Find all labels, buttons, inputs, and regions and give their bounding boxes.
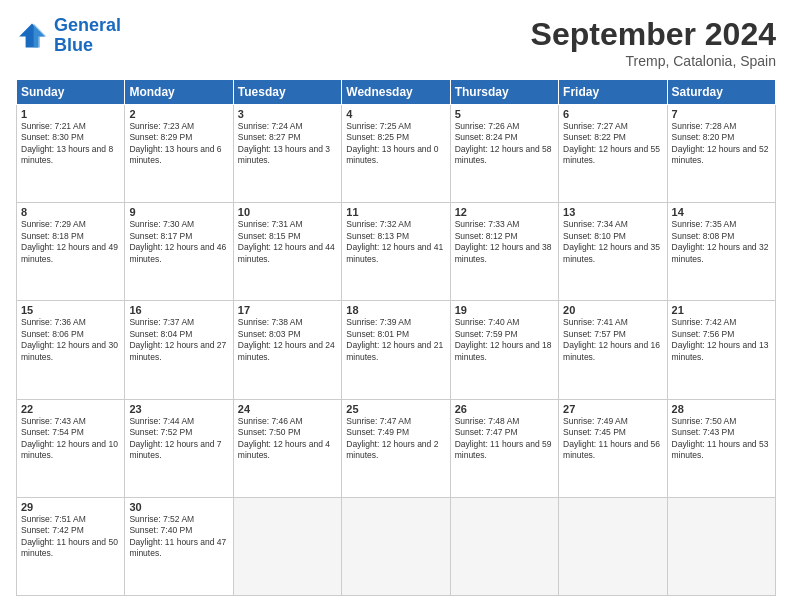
calendar-cell <box>233 497 341 595</box>
week-row-5: 29Sunrise: 7:51 AMSunset: 7:42 PMDayligh… <box>17 497 776 595</box>
day-number: 14 <box>672 206 771 218</box>
calendar-cell: 22Sunrise: 7:43 AMSunset: 7:54 PMDayligh… <box>17 399 125 497</box>
day-number: 17 <box>238 304 337 316</box>
calendar-cell: 2Sunrise: 7:23 AMSunset: 8:29 PMDaylight… <box>125 105 233 203</box>
header-wednesday: Wednesday <box>342 80 450 105</box>
day-number: 24 <box>238 403 337 415</box>
calendar-cell: 17Sunrise: 7:38 AMSunset: 8:03 PMDayligh… <box>233 301 341 399</box>
day-number: 6 <box>563 108 662 120</box>
calendar-cell: 12Sunrise: 7:33 AMSunset: 8:12 PMDayligh… <box>450 203 558 301</box>
calendar-table: Sunday Monday Tuesday Wednesday Thursday… <box>16 79 776 596</box>
day-number: 29 <box>21 501 120 513</box>
day-info: Sunrise: 7:29 AMSunset: 8:18 PMDaylight:… <box>21 219 120 265</box>
day-number: 15 <box>21 304 120 316</box>
day-number: 26 <box>455 403 554 415</box>
calendar-cell: 4Sunrise: 7:25 AMSunset: 8:25 PMDaylight… <box>342 105 450 203</box>
day-number: 16 <box>129 304 228 316</box>
day-info: Sunrise: 7:34 AMSunset: 8:10 PMDaylight:… <box>563 219 662 265</box>
day-number: 2 <box>129 108 228 120</box>
calendar-cell: 3Sunrise: 7:24 AMSunset: 8:27 PMDaylight… <box>233 105 341 203</box>
calendar-cell: 18Sunrise: 7:39 AMSunset: 8:01 PMDayligh… <box>342 301 450 399</box>
header-thursday: Thursday <box>450 80 558 105</box>
header-tuesday: Tuesday <box>233 80 341 105</box>
day-info: Sunrise: 7:51 AMSunset: 7:42 PMDaylight:… <box>21 514 120 560</box>
day-number: 3 <box>238 108 337 120</box>
day-number: 4 <box>346 108 445 120</box>
day-info: Sunrise: 7:40 AMSunset: 7:59 PMDaylight:… <box>455 317 554 363</box>
day-number: 19 <box>455 304 554 316</box>
logo-text: General Blue <box>54 16 121 56</box>
day-number: 23 <box>129 403 228 415</box>
day-info: Sunrise: 7:27 AMSunset: 8:22 PMDaylight:… <box>563 121 662 167</box>
month-title: September 2024 <box>531 16 776 53</box>
header-sunday: Sunday <box>17 80 125 105</box>
week-row-2: 8Sunrise: 7:29 AMSunset: 8:18 PMDaylight… <box>17 203 776 301</box>
calendar-cell: 13Sunrise: 7:34 AMSunset: 8:10 PMDayligh… <box>559 203 667 301</box>
day-number: 12 <box>455 206 554 218</box>
day-info: Sunrise: 7:42 AMSunset: 7:56 PMDaylight:… <box>672 317 771 363</box>
week-row-3: 15Sunrise: 7:36 AMSunset: 8:06 PMDayligh… <box>17 301 776 399</box>
day-info: Sunrise: 7:21 AMSunset: 8:30 PMDaylight:… <box>21 121 120 167</box>
day-info: Sunrise: 7:41 AMSunset: 7:57 PMDaylight:… <box>563 317 662 363</box>
week-row-4: 22Sunrise: 7:43 AMSunset: 7:54 PMDayligh… <box>17 399 776 497</box>
header-monday: Monday <box>125 80 233 105</box>
calendar-cell: 1Sunrise: 7:21 AMSunset: 8:30 PMDaylight… <box>17 105 125 203</box>
day-info: Sunrise: 7:50 AMSunset: 7:43 PMDaylight:… <box>672 416 771 462</box>
day-number: 1 <box>21 108 120 120</box>
day-info: Sunrise: 7:31 AMSunset: 8:15 PMDaylight:… <box>238 219 337 265</box>
day-info: Sunrise: 7:25 AMSunset: 8:25 PMDaylight:… <box>346 121 445 167</box>
day-number: 8 <box>21 206 120 218</box>
logo: General Blue <box>16 16 121 56</box>
title-block: September 2024 Tremp, Catalonia, Spain <box>531 16 776 69</box>
day-number: 27 <box>563 403 662 415</box>
calendar-cell: 9Sunrise: 7:30 AMSunset: 8:17 PMDaylight… <box>125 203 233 301</box>
day-number: 28 <box>672 403 771 415</box>
day-info: Sunrise: 7:37 AMSunset: 8:04 PMDaylight:… <box>129 317 228 363</box>
day-info: Sunrise: 7:38 AMSunset: 8:03 PMDaylight:… <box>238 317 337 363</box>
day-info: Sunrise: 7:47 AMSunset: 7:49 PMDaylight:… <box>346 416 445 462</box>
day-info: Sunrise: 7:32 AMSunset: 8:13 PMDaylight:… <box>346 219 445 265</box>
calendar-cell: 26Sunrise: 7:48 AMSunset: 7:47 PMDayligh… <box>450 399 558 497</box>
calendar-cell: 28Sunrise: 7:50 AMSunset: 7:43 PMDayligh… <box>667 399 775 497</box>
day-info: Sunrise: 7:43 AMSunset: 7:54 PMDaylight:… <box>21 416 120 462</box>
calendar-cell: 19Sunrise: 7:40 AMSunset: 7:59 PMDayligh… <box>450 301 558 399</box>
day-info: Sunrise: 7:26 AMSunset: 8:24 PMDaylight:… <box>455 121 554 167</box>
calendar-cell: 8Sunrise: 7:29 AMSunset: 8:18 PMDaylight… <box>17 203 125 301</box>
calendar-cell: 14Sunrise: 7:35 AMSunset: 8:08 PMDayligh… <box>667 203 775 301</box>
day-info: Sunrise: 7:44 AMSunset: 7:52 PMDaylight:… <box>129 416 228 462</box>
day-info: Sunrise: 7:36 AMSunset: 8:06 PMDaylight:… <box>21 317 120 363</box>
day-info: Sunrise: 7:35 AMSunset: 8:08 PMDaylight:… <box>672 219 771 265</box>
calendar-cell: 11Sunrise: 7:32 AMSunset: 8:13 PMDayligh… <box>342 203 450 301</box>
calendar-cell: 27Sunrise: 7:49 AMSunset: 7:45 PMDayligh… <box>559 399 667 497</box>
calendar-cell <box>559 497 667 595</box>
calendar-cell: 7Sunrise: 7:28 AMSunset: 8:20 PMDaylight… <box>667 105 775 203</box>
weekday-header-row: Sunday Monday Tuesday Wednesday Thursday… <box>17 80 776 105</box>
day-number: 22 <box>21 403 120 415</box>
location: Tremp, Catalonia, Spain <box>531 53 776 69</box>
day-number: 30 <box>129 501 228 513</box>
day-info: Sunrise: 7:24 AMSunset: 8:27 PMDaylight:… <box>238 121 337 167</box>
calendar-cell <box>667 497 775 595</box>
calendar-cell: 15Sunrise: 7:36 AMSunset: 8:06 PMDayligh… <box>17 301 125 399</box>
calendar-body: 1Sunrise: 7:21 AMSunset: 8:30 PMDaylight… <box>17 105 776 596</box>
day-info: Sunrise: 7:48 AMSunset: 7:47 PMDaylight:… <box>455 416 554 462</box>
day-info: Sunrise: 7:30 AMSunset: 8:17 PMDaylight:… <box>129 219 228 265</box>
day-number: 18 <box>346 304 445 316</box>
day-number: 20 <box>563 304 662 316</box>
calendar-cell: 24Sunrise: 7:46 AMSunset: 7:50 PMDayligh… <box>233 399 341 497</box>
day-info: Sunrise: 7:39 AMSunset: 8:01 PMDaylight:… <box>346 317 445 363</box>
header: General Blue September 2024 Tremp, Catal… <box>16 16 776 69</box>
day-number: 9 <box>129 206 228 218</box>
day-info: Sunrise: 7:52 AMSunset: 7:40 PMDaylight:… <box>129 514 228 560</box>
header-saturday: Saturday <box>667 80 775 105</box>
calendar-cell: 5Sunrise: 7:26 AMSunset: 8:24 PMDaylight… <box>450 105 558 203</box>
day-info: Sunrise: 7:28 AMSunset: 8:20 PMDaylight:… <box>672 121 771 167</box>
calendar-cell: 23Sunrise: 7:44 AMSunset: 7:52 PMDayligh… <box>125 399 233 497</box>
calendar-cell: 25Sunrise: 7:47 AMSunset: 7:49 PMDayligh… <box>342 399 450 497</box>
day-number: 7 <box>672 108 771 120</box>
calendar-cell: 30Sunrise: 7:52 AMSunset: 7:40 PMDayligh… <box>125 497 233 595</box>
calendar-cell: 10Sunrise: 7:31 AMSunset: 8:15 PMDayligh… <box>233 203 341 301</box>
day-info: Sunrise: 7:23 AMSunset: 8:29 PMDaylight:… <box>129 121 228 167</box>
day-number: 21 <box>672 304 771 316</box>
calendar-cell <box>342 497 450 595</box>
